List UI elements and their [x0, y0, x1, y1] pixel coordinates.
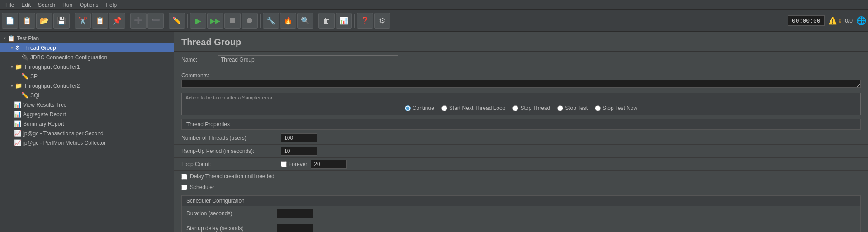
- num-threads-label: Number of Threads (users):: [181, 135, 281, 141]
- jdbc-icon: 🔌: [21, 54, 28, 61]
- radio-continue[interactable]: Continue: [405, 105, 434, 111]
- sql-icon: ✏️: [21, 92, 28, 99]
- sampler-error-box: Action to be taken after a Sampler error…: [181, 93, 861, 115]
- expand-arrow-jdbc: ▶: [17, 55, 20, 60]
- throughput2-label: Throughput Controller2: [24, 83, 80, 89]
- error-count: 0/0: [845, 18, 853, 24]
- warning-count: 0: [839, 18, 842, 24]
- test-plan-icon: 📋: [8, 35, 15, 42]
- clear-button[interactable]: 🗑: [318, 13, 335, 29]
- sidebar-item-sql[interactable]: ▶ ✏️ SQL: [0, 90, 174, 100]
- warning-icon: ⚠️: [828, 16, 837, 25]
- function-button[interactable]: ⚙: [374, 13, 390, 29]
- name-section: Name:: [174, 52, 868, 71]
- start-button[interactable]: ▶: [190, 13, 206, 29]
- name-label: Name:: [181, 57, 218, 63]
- ramp-up-input[interactable]: [281, 147, 317, 156]
- sidebar-item-sp[interactable]: ▶ ✏️ SP: [0, 71, 174, 81]
- scheduler-label: Scheduler: [190, 184, 214, 190]
- expand-arrow-sr: ▶: [10, 122, 13, 126]
- expand-button[interactable]: ➕: [130, 13, 147, 29]
- timer-display: 00:00:00: [788, 15, 825, 26]
- sidebar-item-perfmon[interactable]: ▶ 📈 jp@gc - PerfMon Metrics Collector: [0, 138, 174, 147]
- sidebar-item-summary-report[interactable]: ▶ 📊 Summary Report: [0, 119, 174, 128]
- scheduler-checkbox[interactable]: [181, 185, 187, 190]
- sp-label: SP: [30, 73, 38, 80]
- sidebar-item-view-results-tree[interactable]: ▶ 📊 View Results Tree: [0, 100, 174, 109]
- help-button[interactable]: ❓: [357, 13, 373, 29]
- delay-thread-label: Delay Thread creation until needed: [190, 173, 275, 180]
- startup-delay-input[interactable]: [277, 224, 313, 232]
- menu-bar: File Edit Search Run Options Help: [0, 0, 868, 10]
- test-plan-label: Test Plan: [17, 35, 39, 42]
- radio-stop-test-now[interactable]: Stop Test Now: [595, 105, 637, 111]
- delay-thread-checkbox[interactable]: [181, 174, 187, 180]
- open-button[interactable]: 📂: [36, 13, 52, 29]
- menu-options[interactable]: Options: [76, 1, 102, 9]
- radio-stop-thread[interactable]: Stop Thread: [512, 105, 550, 111]
- copy-button[interactable]: 📋: [92, 13, 108, 29]
- save-button[interactable]: 💾: [53, 13, 70, 29]
- duration-input[interactable]: [277, 209, 313, 218]
- name-row: Name:: [181, 55, 861, 64]
- paste-button[interactable]: 📌: [109, 13, 125, 29]
- stop-button[interactable]: ⏹: [224, 13, 241, 29]
- radio-start-next[interactable]: Start Next Thread Loop: [441, 105, 506, 111]
- pm-icon: 📈: [14, 139, 21, 146]
- menu-help[interactable]: Help: [102, 1, 120, 9]
- clear-all-button[interactable]: 📊: [336, 13, 352, 29]
- forever-checkbox[interactable]: [281, 161, 287, 167]
- duration-row: Duration (seconds): [182, 206, 860, 221]
- expand-arrow-vrt: ▶: [10, 103, 13, 107]
- cut-button[interactable]: ✂️: [75, 13, 91, 29]
- expand-arrow-throughput2: ▼: [10, 84, 14, 88]
- sep3: [166, 14, 166, 28]
- loop-count-row: Loop Count: Forever: [174, 158, 868, 171]
- template-button[interactable]: 📋: [19, 13, 35, 29]
- expand-arrow-sql: ▶: [17, 93, 20, 98]
- scheduler-row: Scheduler: [174, 182, 868, 193]
- vrt-label: View Results Tree: [23, 102, 67, 108]
- startup-delay-label: Startup delay (seconds): [186, 225, 277, 232]
- menu-edit[interactable]: Edit: [18, 1, 34, 9]
- sidebar-item-throughput1[interactable]: ▼ 📁 Throughput Controller1: [0, 62, 174, 71]
- comments-label: Comments:: [174, 71, 868, 80]
- duration-label: Duration (seconds): [186, 210, 277, 217]
- menu-file[interactable]: File: [2, 1, 18, 9]
- new-button[interactable]: 📄: [2, 13, 18, 29]
- expand-arrow-pm: ▶: [10, 141, 13, 145]
- num-threads-input[interactable]: [281, 133, 317, 142]
- num-threads-row: Number of Threads (users):: [174, 132, 868, 145]
- remote-engine-icon[interactable]: 🌐: [856, 16, 866, 26]
- loop-count-label: Loop Count:: [181, 161, 281, 167]
- radio-stop-test-label: Stop Test: [565, 105, 588, 111]
- start-no-pause-button[interactable]: ▶▶: [207, 13, 223, 29]
- loop-count-input[interactable]: [311, 160, 347, 169]
- sidebar-item-thread-group[interactable]: ▼ ⚙ Thread Group: [0, 43, 174, 52]
- expand-arrow-sp: ▶: [17, 74, 20, 79]
- menu-run[interactable]: Run: [59, 1, 76, 9]
- scheduler-config-header: Scheduler Configuration: [182, 196, 860, 206]
- ramp-up-label: Ramp-Up Period (in seconds):: [181, 148, 281, 154]
- comments-textarea[interactable]: [181, 80, 861, 88]
- shutdown-button[interactable]: ⏺: [242, 13, 258, 29]
- sidebar-item-test-plan[interactable]: ▼ 📋 Test Plan: [0, 33, 174, 43]
- toggle-button[interactable]: ✏️: [169, 13, 185, 29]
- sr-icon: 📊: [14, 120, 21, 127]
- remote-start-button[interactable]: 🔧: [263, 13, 279, 29]
- tps-icon: 📈: [14, 130, 21, 137]
- pm-label: jp@gc - PerfMon Metrics Collector: [23, 140, 106, 146]
- sidebar-item-transactions[interactable]: ▶ 📈 jp@gc - Transactions per Second: [0, 128, 174, 138]
- sidebar-item-jdbc[interactable]: ▶ 🔌 JDBC Connection Configuration: [0, 52, 174, 62]
- menu-search[interactable]: Search: [34, 1, 59, 9]
- remote-stop-button[interactable]: 🔥: [280, 13, 296, 29]
- remote-all-button[interactable]: 🔍: [297, 13, 313, 29]
- scheduler-config-section: Scheduler Configuration Duration (second…: [181, 195, 861, 232]
- sidebar-item-aggregate-report[interactable]: ▶ 📊 Aggregate Report: [0, 109, 174, 119]
- radio-stop-test[interactable]: Stop Test: [557, 105, 588, 111]
- sidebar-item-throughput2[interactable]: ▼ 📁 Throughput Controller2: [0, 81, 174, 90]
- startup-delay-row: Startup delay (seconds): [182, 221, 860, 232]
- collapse-button[interactable]: ➖: [147, 13, 164, 29]
- delay-thread-row: Delay Thread creation until needed: [174, 171, 868, 182]
- name-input[interactable]: [218, 55, 398, 64]
